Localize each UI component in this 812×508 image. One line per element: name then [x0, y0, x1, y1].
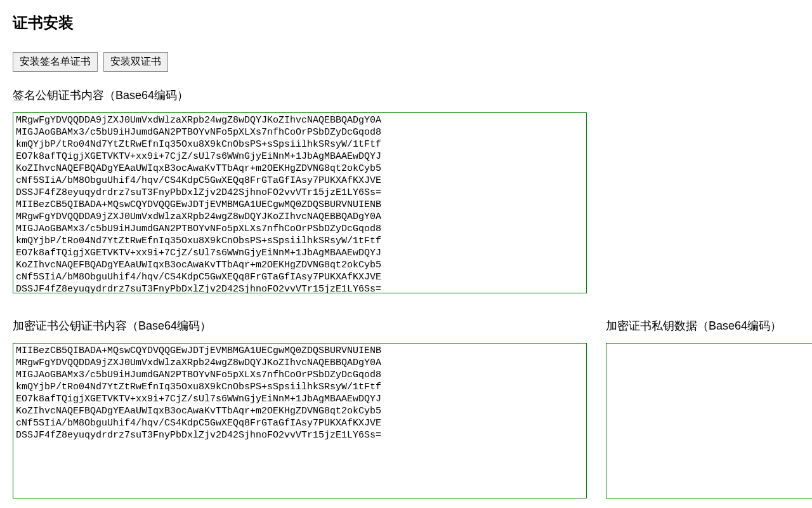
sign-cert-label: 签名公钥证书内容（Base64编码） [13, 88, 799, 103]
enc-cert-textarea[interactable] [13, 343, 587, 498]
install-double-cert-button[interactable]: 安装双证书 [103, 52, 168, 72]
install-single-cert-button[interactable]: 安装签名单证书 [13, 52, 98, 72]
enc-key-textarea[interactable] [606, 343, 812, 498]
button-row: 安装签名单证书 安装双证书 [13, 52, 799, 72]
enc-cert-label: 加密证书公钥证书内容（Base64编码） [13, 318, 587, 333]
page-title: 证书安装 [13, 13, 799, 33]
enc-key-label: 加密证书私钥数据（Base64编码） [606, 318, 812, 333]
sign-cert-textarea[interactable] [13, 112, 587, 293]
